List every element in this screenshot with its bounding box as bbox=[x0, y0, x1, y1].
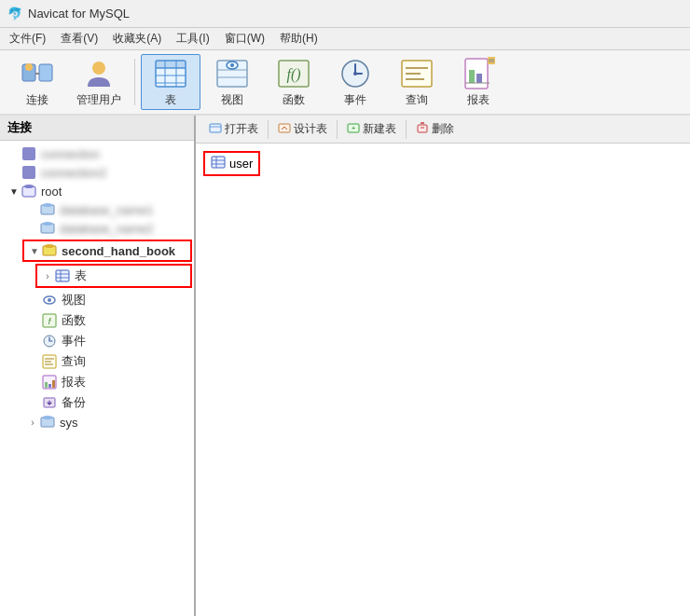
toggle-root[interactable]: ▼ bbox=[7, 186, 21, 197]
svg-rect-25 bbox=[469, 70, 475, 83]
toolbar-query[interactable]: 查询 bbox=[387, 54, 447, 110]
table-node-label: 表 bbox=[75, 267, 87, 284]
tree-functions[interactable]: f 函数 bbox=[0, 310, 194, 331]
event-tree-icon bbox=[41, 334, 58, 349]
manage-user-label: 管理用户 bbox=[76, 92, 121, 108]
svg-point-36 bbox=[43, 203, 52, 207]
event-icon bbox=[338, 57, 372, 90]
svg-rect-26 bbox=[476, 74, 482, 83]
svg-rect-61 bbox=[210, 124, 221, 132]
tree-views[interactable]: 视图 bbox=[0, 290, 194, 310]
right-toolbar: 打开表 设计表 + 新 bbox=[196, 116, 690, 144]
reports-label: 报表 bbox=[62, 374, 86, 390]
svg-rect-31 bbox=[22, 147, 35, 160]
rtoolbar-sep-3 bbox=[406, 120, 407, 139]
svg-point-40 bbox=[45, 244, 54, 248]
toolbar-event[interactable]: 事件 bbox=[325, 54, 385, 110]
sys-icon bbox=[39, 415, 56, 430]
tree-area[interactable]: connection connection2 ▼ roo bbox=[0, 141, 194, 616]
toolbar-function[interactable]: f() 函数 bbox=[264, 54, 324, 110]
function-label: 函数 bbox=[283, 92, 305, 108]
sub-db-icon-2 bbox=[39, 221, 56, 236]
toggle-shb[interactable]: ▼ bbox=[28, 246, 41, 256]
tree-sys[interactable]: › sys bbox=[0, 413, 194, 431]
svg-point-46 bbox=[48, 298, 51, 302]
tree-queries[interactable]: 查询 bbox=[0, 351, 194, 372]
connect-icon bbox=[21, 57, 54, 90]
db-icon-blurred-2 bbox=[21, 165, 37, 180]
tree-reports[interactable]: 报表 bbox=[0, 372, 194, 392]
menu-window[interactable]: 窗口(W) bbox=[219, 29, 270, 48]
right-panel: 打开表 设计表 + 新 bbox=[196, 116, 690, 616]
design-table-icon bbox=[278, 121, 291, 137]
svg-point-3 bbox=[92, 62, 105, 75]
toolbar: 连接 管理用户 表 bbox=[0, 50, 690, 116]
node-label-blurred-2: connection2 bbox=[41, 166, 106, 180]
app-title: Navicat for MySQL bbox=[28, 7, 130, 21]
menu-view[interactable]: 查看(V) bbox=[55, 29, 104, 48]
root-label: root bbox=[41, 185, 62, 198]
rtoolbar-sep-1 bbox=[268, 120, 269, 139]
new-table-label: 新建表 bbox=[363, 121, 396, 137]
svg-text:f(): f() bbox=[286, 66, 300, 83]
tree-node-blurred-2[interactable]: connection2 bbox=[0, 163, 194, 182]
new-table-icon: + bbox=[347, 121, 360, 137]
svg-rect-28 bbox=[488, 57, 495, 64]
backup-tree-icon bbox=[41, 395, 58, 410]
toggle-table-node[interactable]: › bbox=[41, 271, 54, 281]
toolbar-table[interactable]: 表 bbox=[141, 54, 200, 110]
sys-label: sys bbox=[60, 416, 78, 430]
table-icon bbox=[154, 57, 187, 90]
design-table-btn[interactable]: 设计表 bbox=[272, 119, 333, 139]
tree-node-blurred-1[interactable]: connection bbox=[0, 144, 194, 163]
tree-sub-blurred-1[interactable]: database_name1 bbox=[0, 200, 194, 219]
delete-btn[interactable]: 删除 bbox=[410, 119, 460, 139]
right-content: user bbox=[196, 144, 690, 616]
report-icon bbox=[462, 57, 495, 90]
user-table-label: user bbox=[229, 157, 253, 171]
function-icon: f() bbox=[277, 57, 310, 90]
table-node-row[interactable]: › 表 bbox=[2, 264, 192, 288]
node-label-blurred-1: connection bbox=[41, 147, 100, 161]
open-table-btn[interactable]: 打开表 bbox=[203, 119, 264, 139]
svg-point-19 bbox=[353, 72, 357, 75]
query-tree-icon bbox=[41, 354, 58, 369]
svg-rect-57 bbox=[52, 380, 55, 388]
new-table-btn[interactable]: + 新建表 bbox=[341, 119, 402, 139]
functions-label: 函数 bbox=[62, 312, 86, 329]
open-table-icon bbox=[209, 121, 222, 137]
menu-favorites[interactable]: 收藏夹(A) bbox=[107, 29, 167, 48]
svg-rect-55 bbox=[45, 382, 48, 388]
view-tree-icon bbox=[41, 293, 58, 308]
manage-user-icon bbox=[82, 57, 116, 90]
toolbar-report[interactable]: 报表 bbox=[448, 54, 508, 110]
title-bar: 🐬 Navicat for MySQL bbox=[0, 0, 690, 28]
tree-node-root[interactable]: ▼ root bbox=[0, 182, 194, 200]
menu-help[interactable]: 帮助(H) bbox=[274, 29, 324, 48]
rtoolbar-sep-2 bbox=[337, 120, 338, 139]
view-label: 视图 bbox=[221, 92, 243, 108]
event-label: 事件 bbox=[344, 92, 366, 108]
toolbar-connect[interactable]: 连接 bbox=[7, 54, 67, 110]
tree-sub-blurred-2[interactable]: database_name2 bbox=[0, 219, 194, 238]
user-table-icon bbox=[211, 155, 226, 172]
query-label: 查询 bbox=[406, 92, 428, 108]
queries-label: 查询 bbox=[62, 353, 86, 370]
tree-events[interactable]: 事件 bbox=[0, 331, 194, 351]
shb-icon bbox=[41, 243, 58, 258]
design-table-label: 设计表 bbox=[294, 121, 327, 137]
user-table-item[interactable]: user bbox=[203, 151, 260, 176]
svg-point-1 bbox=[25, 63, 33, 71]
toolbar-view[interactable]: 视图 bbox=[202, 54, 262, 110]
toolbar-manage-user[interactable]: 管理用户 bbox=[69, 54, 129, 110]
menu-file[interactable]: 文件(F) bbox=[4, 29, 51, 48]
svg-rect-10 bbox=[156, 61, 186, 68]
tree-backup[interactable]: 备份 bbox=[0, 392, 194, 413]
second-hand-book-row[interactable]: ▼ second_hand_book bbox=[2, 240, 192, 262]
svg-point-60 bbox=[43, 416, 52, 419]
svg-rect-41 bbox=[56, 270, 69, 281]
menu-tools[interactable]: 工具(I) bbox=[171, 29, 214, 48]
sub-node-label-1: database_name1 bbox=[60, 203, 153, 217]
func-tree-icon: f bbox=[41, 313, 58, 328]
toggle-sys[interactable]: › bbox=[26, 418, 39, 428]
